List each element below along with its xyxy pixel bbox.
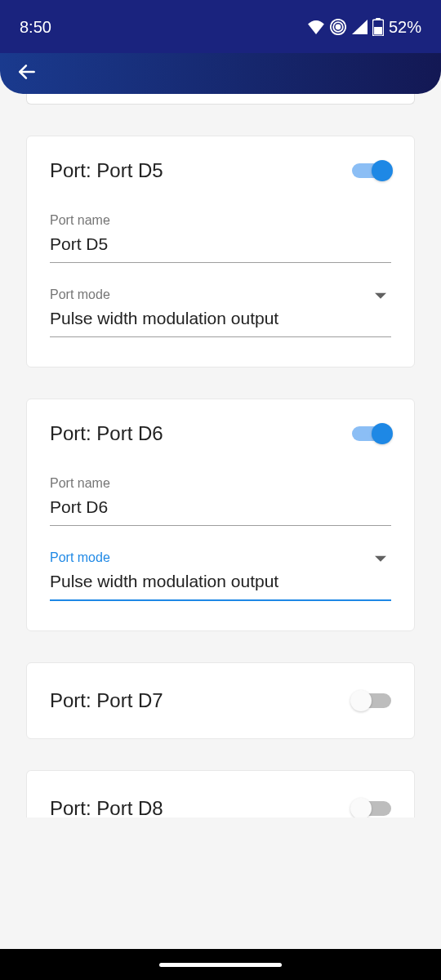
status-right: 52% xyxy=(307,18,421,37)
status-time: 8:50 xyxy=(20,18,51,37)
svg-rect-4 xyxy=(374,27,382,34)
back-button[interactable] xyxy=(16,61,38,86)
port-mode-field[interactable]: Port mode Pulse width modulation output xyxy=(50,287,391,337)
toggle-thumb xyxy=(350,798,372,817)
app-bar xyxy=(0,53,441,94)
port-card-d5: Port: Port D5 Port name Port D5 Port mod… xyxy=(26,136,415,368)
toggle-thumb xyxy=(372,160,393,181)
svg-rect-5 xyxy=(376,18,381,20)
field-value: Pulse width modulation output xyxy=(50,572,391,601)
field-label: Port mode xyxy=(50,287,391,302)
port-enable-toggle[interactable] xyxy=(352,801,391,816)
card-title: Port: Port D7 xyxy=(50,689,163,712)
chevron-down-icon xyxy=(375,291,386,305)
navigation-bar xyxy=(0,949,441,980)
card-title: Port: Port D6 xyxy=(50,422,163,445)
card-header: Port: Port D7 xyxy=(50,689,391,712)
port-card-d7: Port: Port D7 xyxy=(26,662,415,739)
port-enable-toggle[interactable] xyxy=(352,426,391,441)
status-bar: 8:50 52% xyxy=(0,0,441,54)
toggle-thumb xyxy=(350,690,372,711)
svg-point-0 xyxy=(336,25,340,29)
hotspot-icon xyxy=(330,19,346,35)
card-header: Port: Port D5 xyxy=(50,159,391,182)
field-label: Port name xyxy=(50,213,391,228)
card-header: Port: Port D8 xyxy=(50,797,391,817)
battery-icon xyxy=(372,18,384,36)
field-value: Port D5 xyxy=(50,234,391,263)
previous-card-edge xyxy=(26,94,415,105)
content-area: Port: Port D5 Port name Port D5 Port mod… xyxy=(0,94,441,817)
card-title: Port: Port D8 xyxy=(50,797,163,817)
field-label: Port mode xyxy=(50,550,391,565)
field-label: Port name xyxy=(50,476,391,491)
port-card-d8: Port: Port D8 xyxy=(26,770,415,817)
nav-handle[interactable] xyxy=(159,963,282,967)
port-name-field[interactable]: Port name Port D5 xyxy=(50,213,391,263)
cellular-icon xyxy=(351,20,368,34)
wifi-icon xyxy=(307,20,325,34)
port-mode-field[interactable]: Port mode Pulse width modulation output xyxy=(50,550,391,601)
chevron-down-icon xyxy=(375,554,386,568)
field-value: Pulse width modulation output xyxy=(50,309,391,337)
card-title: Port: Port D5 xyxy=(50,159,163,182)
back-arrow-icon xyxy=(16,61,38,82)
field-value: Port D6 xyxy=(50,497,391,526)
card-header: Port: Port D6 xyxy=(50,422,391,445)
status-battery: 52% xyxy=(389,18,421,37)
port-enable-toggle[interactable] xyxy=(352,163,391,178)
port-enable-toggle[interactable] xyxy=(352,693,391,708)
port-card-d6: Port: Port D6 Port name Port D6 Port mod… xyxy=(26,399,415,631)
port-name-field[interactable]: Port name Port D6 xyxy=(50,476,391,526)
toggle-thumb xyxy=(372,423,393,444)
